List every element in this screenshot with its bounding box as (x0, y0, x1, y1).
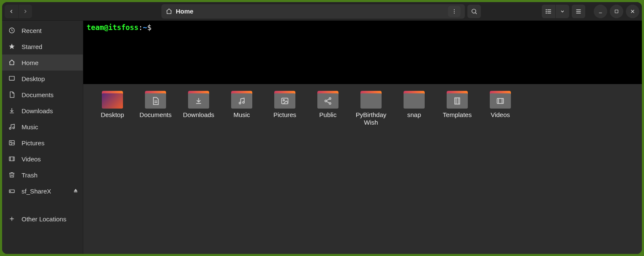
svg-rect-20 (9, 76, 14, 80)
svg-point-41 (283, 100, 284, 101)
svg-line-4 (475, 13, 477, 14)
location-bar[interactable]: Home (161, 4, 465, 19)
share-icon (317, 91, 338, 109)
svg-rect-15 (615, 10, 618, 13)
svg-rect-26 (9, 157, 14, 161)
sidebar-item-label: sf_ShareX (22, 188, 51, 195)
sidebar-item-pictures[interactable]: Pictures (2, 135, 83, 151)
sidebar-item-downloads[interactable]: Downloads (2, 103, 83, 119)
folder-icon (360, 91, 382, 109)
file-label: Videos (491, 111, 510, 119)
clock-icon (8, 27, 16, 34)
sidebar-item-starred[interactable]: Starred (2, 38, 83, 54)
chevron-down-icon (560, 9, 565, 14)
picture-icon (8, 139, 16, 146)
sidebar-item-label: Desktop (22, 75, 45, 82)
file-item[interactable]: Desktop (91, 88, 134, 128)
file-label: Documents (139, 111, 172, 119)
file-label: Pictures (273, 111, 296, 119)
file-item[interactable]: Public (306, 88, 349, 128)
svg-point-8 (546, 9, 546, 10)
back-button[interactable] (5, 5, 18, 18)
file-item[interactable]: Templates (436, 88, 479, 128)
hamburger-menu-button[interactable] (572, 5, 585, 18)
minimize-icon (598, 8, 603, 14)
view-options-button[interactable] (556, 5, 569, 18)
sidebar-item-trash[interactable]: Trash (2, 167, 83, 183)
sidebar-item-sf-sharex[interactable]: sf_ShareX (2, 183, 83, 199)
sidebar-item-videos[interactable]: Videos (2, 151, 83, 167)
svg-rect-50 (497, 98, 504, 103)
terminal-cwd: ~ (143, 23, 147, 32)
headerbar: Home (2, 2, 642, 21)
file-item[interactable]: Pictures (263, 88, 306, 128)
picture-icon (274, 91, 295, 109)
svg-point-39 (243, 101, 244, 103)
sidebar-item-label: Other Locations (22, 215, 66, 223)
home-icon (8, 59, 16, 66)
chevron-right-icon (22, 8, 28, 14)
maximize-icon (614, 9, 619, 14)
file-item[interactable]: Videos (479, 88, 522, 128)
maximize-button[interactable] (610, 5, 623, 18)
file-item[interactable]: Music (220, 88, 263, 128)
file-item[interactable]: Documents (134, 88, 177, 128)
drive-icon (8, 188, 16, 194)
eject-button[interactable] (73, 188, 79, 195)
file-label: Public (319, 111, 337, 119)
music-icon (231, 91, 252, 109)
location-label: Home (176, 8, 194, 15)
file-item[interactable]: snap (393, 88, 436, 128)
sidebar-item-other-locations[interactable]: Other Locations (2, 211, 83, 227)
file-item[interactable]: PyBirthday Wish (349, 88, 393, 128)
terminal-prompt: $ (147, 23, 156, 32)
sidebar: Recent Starred Home Desktop Documents Do… (2, 21, 83, 254)
desktop-icon (8, 75, 16, 82)
star-icon (8, 43, 16, 50)
file-label: PyBirthday Wish (356, 111, 387, 126)
svg-point-9 (546, 11, 546, 11)
svg-point-22 (9, 128, 11, 129)
svg-rect-47 (455, 98, 460, 104)
video-icon (8, 155, 16, 162)
sidebar-item-recent[interactable]: Recent (2, 22, 83, 38)
svg-point-2 (454, 13, 455, 14)
home-icon (166, 8, 172, 15)
sidebar-item-music[interactable]: Music (2, 119, 83, 135)
svg-point-38 (239, 102, 241, 104)
file-label: snap (407, 111, 421, 119)
download-icon (188, 91, 209, 109)
sidebar-item-desktop[interactable]: Desktop (2, 71, 83, 87)
sidebar-item-label: Videos (22, 155, 41, 163)
embedded-terminal[interactable]: team@itsfoss:~$ (83, 21, 642, 84)
file-item[interactable]: Downloads (177, 88, 220, 128)
svg-rect-40 (282, 98, 288, 103)
file-label: Music (233, 111, 250, 119)
headerbar-center: Home (161, 4, 465, 19)
list-view-button[interactable] (542, 5, 555, 18)
svg-rect-32 (74, 191, 77, 192)
sidebar-item-documents[interactable]: Documents (2, 87, 83, 103)
video-icon (490, 91, 511, 109)
sidebar-item-label: Starred (22, 43, 42, 50)
svg-marker-19 (9, 44, 14, 49)
sidebar-item-home[interactable]: Home (2, 54, 83, 71)
minimize-button[interactable] (594, 5, 607, 18)
template-icon (447, 91, 468, 109)
headerbar-right (542, 5, 639, 18)
location-menu-button[interactable] (448, 6, 461, 17)
svg-point-10 (546, 13, 546, 13)
view-button-group (542, 5, 569, 18)
terminal-user-host: team@itsfoss (87, 23, 139, 32)
svg-point-3 (472, 9, 476, 13)
close-button[interactable] (626, 5, 639, 18)
terminal-separator: : (139, 23, 143, 32)
svg-point-23 (13, 127, 14, 129)
document-icon (8, 91, 16, 98)
music-icon (8, 123, 16, 130)
file-manager-window: Home (2, 2, 642, 254)
svg-point-1 (454, 11, 455, 11)
eject-icon (73, 188, 79, 193)
forward-button[interactable] (19, 5, 32, 18)
search-button[interactable] (467, 5, 481, 18)
